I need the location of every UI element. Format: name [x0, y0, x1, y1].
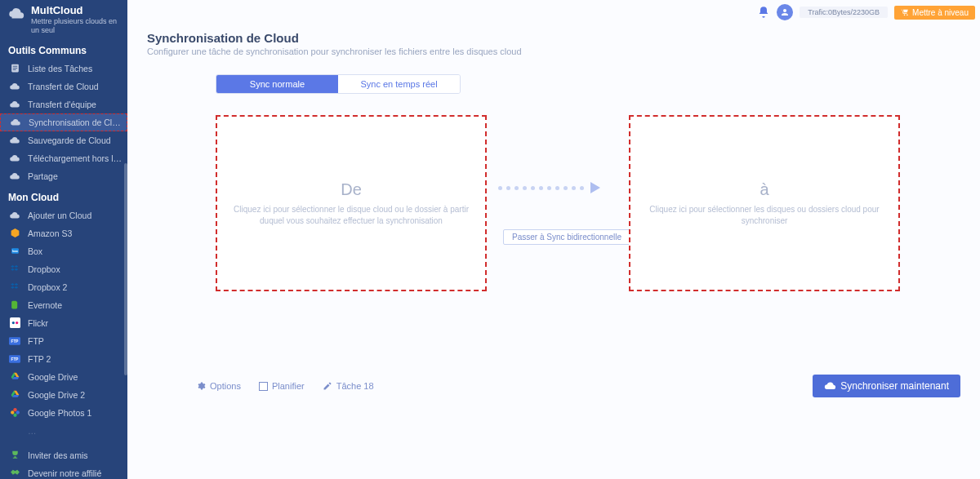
sidebar-bottom-list: Inviter des amisDevenir notre affiliéMul…	[0, 446, 127, 479]
sidebar-cloud-item-11[interactable]: Google Photos 1	[0, 404, 127, 422]
schedule-label: Planifier	[272, 381, 305, 391]
svg-point-15	[13, 414, 16, 417]
sidebar-cloud-item-10[interactable]: Google Drive 2	[0, 386, 127, 404]
upgrade-label: Mettre à niveau	[912, 8, 969, 17]
sidebar-cloud-item-1[interactable]: Amazon S3	[0, 224, 127, 242]
handshake-icon	[8, 467, 21, 479]
gdrive-icon	[8, 370, 21, 384]
notifications-icon[interactable]	[757, 6, 770, 19]
sync-boxes: De Cliquez ici pour sélectionner le disq…	[147, 115, 960, 291]
sidebar-item-label: Dropbox 2	[28, 282, 67, 292]
page-subtitle: Configurer une tâche de synchronisation …	[147, 47, 960, 56]
svg-text:box: box	[12, 250, 19, 253]
sidebar-item-label: Transfert d'équipe	[28, 100, 96, 109]
task-label: Tâche 18	[336, 381, 374, 391]
ftp-icon: FTP	[8, 353, 21, 366]
sidebar-common-item-6[interactable]: Partage	[0, 167, 127, 185]
sidebar-item-label: FTP	[28, 336, 44, 346]
target-dropzone[interactable]: à Cliquez ici pour sélectionner les disq…	[629, 115, 900, 291]
ftp-icon: FTP	[8, 335, 21, 348]
cart-icon	[901, 8, 909, 16]
switch-direction-button[interactable]: Passer à Sync bidirectionnelle	[503, 229, 630, 245]
dropbox-icon	[8, 281, 21, 294]
avatar[interactable]	[777, 4, 793, 20]
checkbox-icon	[259, 382, 268, 391]
sidebar-item-label: Devenir notre affilié	[28, 468, 101, 478]
main: Synchronisation de Cloud Configurer une …	[127, 24, 980, 479]
topbar: Trafic:0Bytes/2230GB Mettre à niveau	[127, 0, 980, 24]
sidebar-common-list: Liste des TâchesTransfert de CloudTransf…	[0, 60, 127, 185]
sidebar-item-truncated[interactable]: …	[0, 422, 127, 440]
cloud-icon	[8, 98, 21, 111]
svg-point-8	[16, 322, 18, 324]
sidebar-common-item-3[interactable]: Synchronisation de Cloud	[0, 113, 127, 131]
tab-sync-normal[interactable]: Sync normale	[216, 75, 338, 93]
sync-now-label: Synchroniser maintenant	[840, 380, 949, 392]
sidebar-section-common: Outils Communs	[0, 38, 127, 60]
sidebar-item-label: Google Drive 2	[28, 390, 85, 400]
sidebar-item-label: FTP 2	[28, 354, 51, 364]
sidebar-common-item-2[interactable]: Transfert d'équipe	[0, 95, 127, 113]
sidebar-item-label: Inviter des amis	[28, 450, 88, 460]
sidebar-item-label: Google Drive	[28, 372, 78, 382]
schedule-button[interactable]: Planifier	[259, 381, 305, 391]
svg-text:FTP: FTP	[11, 339, 19, 343]
task-name-button[interactable]: Tâche 18	[323, 381, 374, 391]
evernote-icon	[8, 299, 21, 312]
source-dropzone[interactable]: De Cliquez ici pour sélectionner le disq…	[216, 115, 487, 291]
sidebar-item-label: Transfert de Cloud	[28, 82, 99, 91]
sidebar: MultCloud Mettre plusieurs clouds en un …	[0, 0, 127, 479]
action-footer: Options Planifier Tâche 18 Synchroniser …	[196, 375, 960, 397]
list-icon	[8, 62, 21, 75]
sidebar-item-label: Téléchargement hors ligne	[28, 153, 122, 163]
sidebar-bottom-item-1[interactable]: Devenir notre affilié	[0, 464, 127, 479]
svg-point-14	[16, 410, 19, 414]
sidebar-cloud-item-6[interactable]: Flickr	[0, 314, 127, 332]
trophy-icon	[8, 449, 21, 462]
sidebar-cloud-item-3[interactable]: Dropbox	[0, 260, 127, 278]
sidebar-cloud-item-7[interactable]: FTPFTP	[0, 332, 127, 350]
source-title: De	[341, 180, 362, 199]
cloud-icon	[8, 80, 21, 93]
sidebar-item-label: Amazon S3	[28, 228, 72, 238]
sidebar-cloud-item-8[interactable]: FTPFTP 2	[0, 350, 127, 368]
gear-icon	[196, 381, 206, 391]
options-button[interactable]: Options	[196, 381, 241, 391]
cloud-icon	[8, 170, 21, 183]
svg-rect-6	[10, 317, 20, 328]
cube-icon	[8, 227, 21, 240]
sidebar-cloud-item-0[interactable]: Ajouter un Cloud	[0, 206, 127, 224]
page-title: Synchronisation de Cloud	[147, 31, 960, 45]
brand-name: MultCloud	[31, 5, 121, 16]
sidebar-common-item-1[interactable]: Transfert de Cloud	[0, 78, 127, 95]
direction-arrow-icon	[498, 182, 600, 193]
sidebar-bottom-item-0[interactable]: Inviter des amis	[0, 446, 127, 464]
svg-rect-1	[12, 66, 16, 67]
sidebar-item-label: Ajouter un Cloud	[28, 211, 91, 220]
sync-now-button[interactable]: Synchroniser maintenant	[813, 375, 960, 397]
tab-sync-realtime[interactable]: Sync en temps réel	[338, 75, 460, 93]
sidebar-item-label: Google Photos 1	[28, 408, 91, 418]
cloud-download-icon	[8, 152, 21, 165]
sidebar-section-mycloud: Mon Cloud	[0, 185, 127, 206]
target-title: à	[760, 180, 768, 199]
cloud-sync-icon	[9, 116, 22, 129]
sidebar-item-label: Liste des Tâches	[28, 64, 92, 73]
svg-rect-3	[12, 69, 16, 70]
sidebar-cloud-list: Ajouter un CloudAmazon S3boxBoxDropboxDr…	[0, 206, 127, 422]
sidebar-cloud-item-9[interactable]: Google Drive	[0, 368, 127, 386]
sidebar-item-label: Synchronisation de Cloud	[29, 118, 122, 127]
upgrade-button[interactable]: Mettre à niveau	[894, 6, 975, 20]
sidebar-common-item-4[interactable]: Sauvegarde de Cloud	[0, 131, 127, 149]
sidebar-cloud-item-5[interactable]: Evernote	[0, 296, 127, 314]
sidebar-common-item-0[interactable]: Liste des Tâches	[0, 60, 127, 78]
sidebar-common-item-5[interactable]: Téléchargement hors ligne	[0, 149, 127, 167]
brand[interactable]: MultCloud Mettre plusieurs clouds en un …	[0, 0, 127, 38]
sidebar-cloud-item-2[interactable]: boxBox	[0, 242, 127, 260]
traffic-badge: Trafic:0Bytes/2230GB	[800, 7, 888, 18]
sidebar-item-label: Flickr	[28, 318, 48, 328]
dropbox-icon	[8, 263, 21, 276]
sidebar-item-label: Evernote	[28, 300, 62, 310]
sidebar-cloud-item-4[interactable]: Dropbox 2	[0, 278, 127, 296]
cloud-add-icon	[8, 209, 21, 222]
